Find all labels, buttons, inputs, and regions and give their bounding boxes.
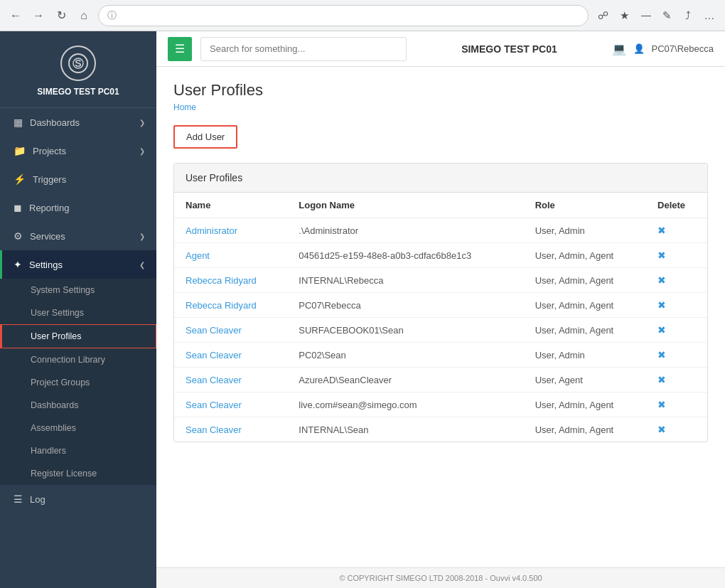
- cell-logon: PC07\Rebecca: [287, 293, 523, 318]
- add-user-button[interactable]: Add User: [173, 125, 237, 149]
- monitor-icon[interactable]: 💻: [612, 42, 626, 55]
- sidebar-item-register-license[interactable]: Register License: [0, 462, 156, 485]
- main-content: ☰ SIMEGO TEST PC01 💻 👤 PC07\Rebecca User…: [156, 31, 725, 588]
- projects-icon: 📁: [14, 145, 26, 156]
- cell-name[interactable]: Sean Cleaver: [174, 343, 287, 368]
- refresh-button[interactable]: ↻: [53, 7, 70, 24]
- delete-button[interactable]: ✖: [657, 225, 666, 236]
- more-icon[interactable]: …: [701, 7, 718, 24]
- logo-icon: S: [60, 46, 96, 81]
- sign-icon[interactable]: ✎: [658, 7, 675, 24]
- table-row: Adminisrator.\AdministratorUser, Admin✖: [174, 218, 707, 243]
- current-user: PC07\Rebecca: [652, 43, 714, 54]
- delete-button[interactable]: ✖: [657, 424, 666, 435]
- delete-button[interactable]: ✖: [657, 324, 666, 336]
- cell-name[interactable]: Sean Cleaver: [174, 368, 287, 392]
- cell-delete: ✖: [646, 268, 707, 293]
- profiles-table: Name Logon Name Role Delete Adminisrator…: [174, 193, 707, 442]
- sidebar-item-handlers[interactable]: Handlers: [0, 439, 156, 462]
- menu-toggle-button[interactable]: ☰: [168, 37, 192, 61]
- sidebar-item-reporting[interactable]: ◼ Reporting: [0, 193, 156, 222]
- cell-delete: ✖: [646, 218, 707, 243]
- cell-name[interactable]: Agent: [174, 243, 287, 268]
- back-button[interactable]: ←: [7, 7, 24, 24]
- bookmark-icon[interactable]: ★: [616, 7, 633, 24]
- sidebar-projects-label: Projects: [33, 146, 66, 156]
- cell-role: User, Admin, Agent: [524, 392, 646, 417]
- delete-button[interactable]: ✖: [657, 299, 666, 311]
- sidebar-item-connection-library[interactable]: Connection Library: [0, 348, 156, 371]
- table-row: Sean CleaverAzureAD\SeanCleaverUser, Age…: [174, 368, 707, 392]
- cell-name[interactable]: Sean Cleaver: [174, 417, 287, 442]
- cell-name[interactable]: Rebecca Ridyard: [174, 268, 287, 293]
- settings-icon: ✦: [14, 259, 22, 270]
- cell-role: User, Admin: [524, 218, 646, 243]
- search-input[interactable]: [200, 37, 407, 61]
- collections-icon[interactable]: ⸻: [637, 7, 654, 24]
- cell-role: User, Admin, Agent: [524, 268, 646, 293]
- cell-role: User, Agent: [524, 368, 646, 392]
- triggers-icon: ⚡: [14, 173, 26, 185]
- breadcrumb-home[interactable]: Home: [173, 102, 196, 112]
- cell-delete: ✖: [646, 243, 707, 268]
- sidebar-item-assemblies[interactable]: Assemblies: [0, 417, 156, 439]
- reporting-icon: ◼: [14, 202, 22, 213]
- forward-button[interactable]: →: [30, 7, 47, 24]
- delete-button[interactable]: ✖: [657, 274, 666, 286]
- chevron-right-icon: ❯: [139, 232, 145, 240]
- address-bar[interactable]: ⓘ: [98, 5, 589, 26]
- sidebar-item-user-settings[interactable]: User Settings: [0, 301, 156, 324]
- sidebar-item-project-groups[interactable]: Project Groups: [0, 371, 156, 394]
- cell-role: User, Admin: [524, 343, 646, 368]
- delete-button[interactable]: ✖: [657, 250, 666, 261]
- cell-role: User, Admin, Agent: [524, 318, 646, 343]
- cell-delete: ✖: [646, 318, 707, 343]
- sidebar-item-projects[interactable]: 📁 Projects ❯: [0, 137, 156, 165]
- sidebar-company-name: SIMEGO TEST PC01: [37, 87, 119, 97]
- delete-button[interactable]: ✖: [657, 374, 666, 385]
- delete-button[interactable]: ✖: [657, 399, 666, 410]
- page-content: User Profiles Home Add User User Profile…: [156, 67, 725, 567]
- cell-name[interactable]: Sean Cleaver: [174, 392, 287, 417]
- sidebar-navigation: ▦ Dashboards ❯ 📁 Projects ❯ ⚡ Triggers: [0, 108, 156, 588]
- col-name: Name: [174, 193, 287, 218]
- sidebar-item-services[interactable]: ⚙ Services ❯: [0, 222, 156, 250]
- table-row: Rebecca RidyardPC07\RebeccaUser, Admin, …: [174, 293, 707, 318]
- sidebar-item-settings[interactable]: ✦ Settings ❮: [0, 250, 156, 279]
- delete-button[interactable]: ✖: [657, 349, 666, 360]
- table-row: Sean CleaverINTERNAL\SeanUser, Admin, Ag…: [174, 417, 707, 442]
- cell-role: User, Admin, Agent: [524, 293, 646, 318]
- cell-role: User, Admin, Agent: [524, 417, 646, 442]
- table-row: Sean Cleaverlive.com#sean@simego.comUser…: [174, 392, 707, 417]
- sidebar-services-label: Services: [30, 231, 65, 242]
- col-delete: Delete: [646, 193, 707, 218]
- sidebar-item-log[interactable]: ☰ Log: [0, 485, 156, 513]
- cell-name[interactable]: Adminisrator: [174, 218, 287, 243]
- table-row: Rebecca RidyardINTERNAL\RebeccaUser, Adm…: [174, 268, 707, 293]
- cell-delete: ✖: [646, 293, 707, 318]
- cell-delete: ✖: [646, 417, 707, 442]
- table-row: Agent04561d25-e159-48e8-a0b3-cdfac6b8e1c…: [174, 243, 707, 268]
- reader-icon[interactable]: ☍: [594, 7, 611, 24]
- log-icon: ☰: [14, 493, 23, 505]
- sidebar-item-dashboards[interactable]: ▦ Dashboards ❯: [0, 108, 156, 137]
- cell-name[interactable]: Rebecca Ridyard: [174, 293, 287, 318]
- sidebar-item-system-settings[interactable]: System Settings: [0, 279, 156, 301]
- cell-logon: SURFACEBOOK01\Sean: [287, 318, 523, 343]
- header-title: SIMEGO TEST PC01: [415, 43, 603, 55]
- share-icon[interactable]: ⤴: [680, 7, 697, 24]
- cell-logon: PC02\Sean: [287, 343, 523, 368]
- dashboards-icon: ▦: [14, 117, 23, 128]
- cell-name[interactable]: Sean Cleaver: [174, 318, 287, 343]
- sidebar-item-user-profiles[interactable]: User Profiles: [0, 324, 156, 348]
- col-role: Role: [524, 193, 646, 218]
- sidebar-dashboards-label: Dashboards: [30, 117, 80, 128]
- home-button[interactable]: ⌂: [75, 7, 92, 24]
- cell-logon: INTERNAL\Sean: [287, 417, 523, 442]
- page-title: User Profiles: [173, 81, 708, 100]
- cell-logon: 04561d25-e159-48e8-a0b3-cdfac6b8e1c3: [287, 243, 523, 268]
- sidebar-item-triggers[interactable]: ⚡ Triggers: [0, 165, 156, 193]
- profiles-panel: User Profiles Name Logon Name Role Delet…: [173, 163, 708, 442]
- sidebar-item-dashboards-sub[interactable]: Dashboards: [0, 394, 156, 417]
- breadcrumb: Home: [173, 102, 708, 112]
